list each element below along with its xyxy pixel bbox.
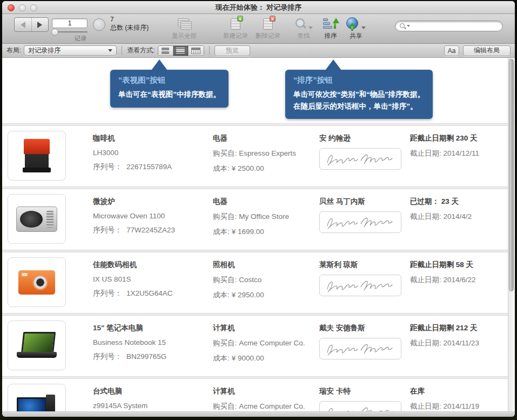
item-cost[interactable]: 成本:¥ 1699.00 (213, 227, 319, 237)
layout-popup[interactable]: 对记录排序 (24, 45, 117, 56)
serial-value: BN299765G (126, 352, 166, 361)
status-cell: 距截止日期剩 58 天 截止日期: 2014/6/22 (410, 252, 508, 313)
item-name[interactable]: 台式电脑 (93, 379, 213, 396)
item-model[interactable]: Microwave Oven 1100 (93, 212, 213, 220)
item-vendor[interactable]: 购买自:Acme Computer Co. (213, 402, 319, 411)
share-button[interactable]: 共享 (335, 16, 377, 40)
due-date-text[interactable]: 截止日期: 2014/6/22 (410, 275, 508, 285)
item-model[interactable]: z99145A System (93, 402, 213, 410)
item-vendor[interactable]: 购买自:Costco (213, 275, 319, 285)
window-title: 现在开始体验： 对记录排序 (2, 3, 515, 12)
item-photo-frame[interactable] (8, 384, 66, 411)
find-magnifier-icon (294, 18, 306, 30)
owner-name[interactable]: 莱斯利 琼斯 (319, 252, 410, 270)
due-date-text[interactable]: 截止日期: 2014/4/2 (410, 212, 508, 222)
record-row[interactable]: 15" 笔记本电脑 Business Notebook 15 序列号：BN299… (2, 316, 508, 376)
serial-value: 77W2245ZA23 (126, 226, 175, 234)
current-record-input[interactable] (52, 18, 88, 28)
due-date-text[interactable]: 截止日期: 2014/11/19 (410, 402, 508, 411)
serial-label: 序列号： (93, 352, 122, 361)
serial-label: 序列号： (93, 163, 122, 171)
purchase-info-cell: 计算机 购买自:Acme Computer Co. 成本:¥ 9000.00 (213, 316, 319, 376)
item-model[interactable]: IX US 801S (93, 275, 213, 283)
owner-name[interactable]: 贝丝 马丁内斯 (319, 189, 410, 206)
item-photo-cell (2, 126, 93, 186)
vertical-scrollbar[interactable] (508, 58, 515, 411)
item-category[interactable]: 电器 (213, 189, 319, 206)
signature-field[interactable] (319, 211, 401, 233)
item-vendor[interactable]: 购买自:Espresso Experts (213, 149, 319, 158)
edit-layout-button[interactable]: 编辑布局 (463, 45, 511, 56)
item-cost[interactable]: 成本:¥ 2950.00 (213, 290, 319, 300)
record-row[interactable]: 咖啡机 LH3000 序列号：2267155789A 电器 购买自:Espres… (2, 126, 508, 186)
table-view-button[interactable] (189, 46, 204, 56)
item-category[interactable]: 电器 (213, 126, 319, 143)
serial-value: 1X2U5G64AC (126, 289, 173, 297)
show-all-button[interactable]: 显示全部 (163, 16, 205, 40)
close-window-icon[interactable] (8, 4, 15, 11)
record-row[interactable]: 台式电脑 z99145A System 序列号：2223ZM400 计算机 购买… (2, 379, 508, 411)
item-photo-frame[interactable] (8, 321, 66, 370)
item-category[interactable]: 照相机 (213, 252, 319, 270)
owner-name[interactable]: 戴夫 安德鲁斯 (319, 316, 410, 333)
list-view-button[interactable] (173, 46, 189, 56)
callout-title: “排序”按钮 (293, 75, 425, 85)
due-date-text[interactable]: 截止日期: 2014/12/11 (410, 149, 508, 158)
minimize-window-icon[interactable] (19, 4, 26, 11)
item-model[interactable]: LH3000 (93, 149, 213, 157)
record-row[interactable]: 微波炉 Microwave Oven 1100 序列号：77W2245ZA23 … (2, 189, 508, 250)
title-bar[interactable]: 现在开始体验： 对记录排序 (2, 1, 515, 14)
previous-record-button[interactable] (15, 18, 32, 31)
scrollbar-thumb[interactable] (509, 59, 514, 291)
vendor-label: 购买自: (213, 212, 237, 221)
status-text[interactable]: 在库 (410, 379, 508, 396)
item-category[interactable]: 计算机 (213, 316, 319, 333)
signature-field[interactable] (319, 148, 401, 170)
status-text[interactable]: 距截止日期剩 230 天 (410, 126, 508, 143)
item-vendor[interactable]: 购买自:Acme Computer Co. (213, 338, 319, 348)
form-view-button[interactable] (158, 46, 173, 56)
next-record-button[interactable] (32, 18, 49, 31)
record-slider[interactable] (52, 31, 88, 33)
status-text[interactable]: 已过期： 23 天 (410, 189, 508, 206)
quick-find-field[interactable] (395, 21, 503, 31)
record-row[interactable]: 佳能数码相机 IX US 801S 序列号：1X2U5G64AC 照相机 购买自… (2, 252, 508, 313)
item-photo-frame[interactable] (8, 194, 66, 244)
item-name[interactable]: 咖啡机 (93, 126, 213, 143)
item-cost[interactable]: 成本:¥ 2500.00 (213, 164, 319, 174)
cost-value: ¥ 2500.00 (232, 164, 264, 172)
item-serial[interactable]: 序列号：77W2245ZA23 (93, 225, 213, 235)
owner-name[interactable]: 安 约翰逊 (319, 126, 410, 143)
zoom-window-icon[interactable] (30, 4, 37, 11)
item-serial[interactable]: 序列号：2267155789A (93, 162, 213, 172)
status-text[interactable]: 距截止日期剩 58 天 (410, 252, 508, 270)
signature-image (323, 404, 398, 411)
formatting-bar-button[interactable]: Aa (444, 45, 459, 56)
item-serial[interactable]: 序列号：1X2U5G64AC (93, 289, 213, 298)
signature-field[interactable] (319, 275, 401, 296)
due-date-text[interactable]: 截止日期: 2014/11/23 (410, 338, 508, 348)
status-text[interactable]: 距截止日期剩 212 天 (410, 316, 508, 333)
vendor-value: Costco (239, 276, 261, 284)
search-input[interactable] (411, 22, 499, 30)
item-category[interactable]: 计算机 (213, 379, 319, 396)
signature-field[interactable] (319, 401, 401, 411)
item-model[interactable]: Business Notebook 15 (93, 338, 213, 346)
new-record-icon: + (231, 18, 240, 30)
item-photo-frame[interactable] (8, 131, 66, 181)
serial-label: 序列号： (93, 226, 122, 234)
signature-field[interactable] (319, 338, 401, 359)
item-name[interactable]: 佳能数码相机 (93, 252, 213, 270)
item-name[interactable]: 15" 笔记本电脑 (93, 316, 213, 333)
owner-name[interactable]: 瑞安 卡特 (319, 379, 410, 396)
found-set-pie-icon[interactable] (93, 18, 105, 31)
digital-camera-photo (18, 270, 55, 295)
item-serial[interactable]: 序列号：BN299765G (93, 352, 213, 362)
cost-value: ¥ 2950.00 (232, 291, 264, 299)
item-name[interactable]: 微波炉 (93, 189, 213, 206)
item-vendor[interactable]: 购买自:My Office Store (213, 212, 319, 222)
item-photo-frame[interactable] (8, 257, 66, 307)
form-view-icon (162, 48, 169, 54)
preview-button[interactable]: 预览 (214, 45, 250, 56)
item-cost[interactable]: 成本:¥ 9000.00 (213, 354, 319, 363)
